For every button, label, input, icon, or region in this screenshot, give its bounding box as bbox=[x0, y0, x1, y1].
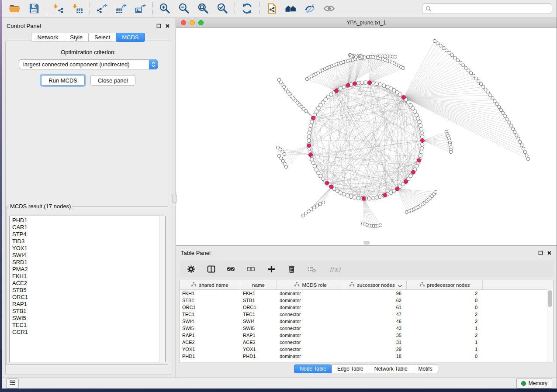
toolbar-group bbox=[153, 3, 235, 14]
table-cell: 1 bbox=[407, 347, 483, 352]
optimization-criterion-select[interactable]: largest connected component (undirected) bbox=[19, 59, 158, 69]
import-table-icon[interactable] bbox=[72, 3, 83, 14]
export-table-icon[interactable] bbox=[115, 3, 127, 14]
horizontal-splitter-handle[interactable] bbox=[363, 241, 369, 244]
search-box[interactable] bbox=[422, 3, 552, 14]
table-row[interactable]: YOX1YOX1connector291 bbox=[180, 346, 553, 353]
table-row[interactable]: RAP1RAP1dominator352 bbox=[180, 332, 553, 339]
table-cell: ORC1 bbox=[180, 305, 240, 310]
table-scrollbar[interactable] bbox=[547, 289, 553, 362]
run-mcds-button[interactable]: Run MCDS bbox=[41, 75, 85, 86]
tab-network[interactable]: Network bbox=[31, 33, 64, 42]
home-icon[interactable] bbox=[285, 3, 297, 14]
close-window-icon[interactable] bbox=[181, 20, 186, 25]
columns-button[interactable] bbox=[207, 265, 216, 274]
mcds-result-item[interactable]: SWI5 bbox=[12, 315, 159, 322]
memory-label: Memory bbox=[529, 380, 547, 386]
deselect-all-button[interactable] bbox=[247, 265, 256, 274]
mcds-result-item[interactable]: ACE2 bbox=[12, 280, 159, 287]
network-window-titlebar[interactable]: YPA_prune.txt_1 bbox=[176, 18, 557, 28]
mcds-result-item[interactable]: PHD1 bbox=[12, 217, 159, 224]
mcds-result-item[interactable]: CAR1 bbox=[12, 224, 159, 231]
mcds-result-list[interactable]: PHD1CAR1STP4TID3YOX1SWI4SRD1PMA2FKH1ACE2… bbox=[10, 216, 159, 362]
column-header-successor-nodes[interactable]: successor nodes bbox=[344, 280, 407, 289]
table-cell: 1 bbox=[407, 326, 483, 331]
table-row[interactable]: FKH1FKH1dominator962 bbox=[180, 290, 553, 297]
gear-button[interactable] bbox=[187, 265, 196, 274]
close-table-panel-icon[interactable] bbox=[547, 251, 552, 255]
table-row[interactable]: ACE2ACE2connector311 bbox=[180, 339, 553, 346]
tab-node-table[interactable]: Node Table bbox=[294, 364, 332, 373]
zoom-selected-icon[interactable] bbox=[217, 3, 228, 14]
table-cell: dominator bbox=[277, 291, 344, 296]
open-session-icon[interactable] bbox=[9, 3, 21, 14]
delete-row-button[interactable] bbox=[287, 265, 296, 274]
table-row[interactable]: SWI4SWI4dominator462 bbox=[180, 318, 553, 325]
mcds-result-item[interactable]: TID3 bbox=[12, 238, 159, 245]
zoom-fit-icon[interactable] bbox=[197, 3, 209, 14]
mcds-result-item[interactable]: TEC1 bbox=[12, 322, 159, 329]
table-cell: ACE2 bbox=[240, 340, 277, 345]
mcds-result-item[interactable]: GCR1 bbox=[12, 329, 159, 336]
column-header-shared-name[interactable]: shared name bbox=[180, 280, 240, 289]
add-row-button[interactable] bbox=[267, 265, 276, 274]
mcds-result-item[interactable]: SWI4 bbox=[12, 252, 159, 259]
float-table-panel-icon[interactable] bbox=[538, 251, 543, 255]
select-all-button[interactable] bbox=[227, 265, 236, 274]
search-input[interactable] bbox=[434, 5, 552, 12]
table-cell: SWI5 bbox=[240, 326, 277, 331]
mcds-result-item[interactable]: PMA2 bbox=[12, 266, 159, 273]
close-panel-button[interactable]: Close panel bbox=[90, 75, 135, 86]
table-row[interactable]: TEC1TEC1connector472 bbox=[180, 311, 553, 318]
mcds-result-item[interactable]: STB1 bbox=[12, 308, 159, 315]
table-row[interactable]: PHD1PHD1dominator180 bbox=[180, 353, 553, 360]
mcds-result-item[interactable]: YOX1 bbox=[12, 245, 159, 252]
tab-network-table[interactable]: Network Table bbox=[369, 364, 413, 373]
toolbar-group bbox=[90, 3, 152, 14]
desktop: Control Panel NetworkStyleSelectMCDS Opt… bbox=[0, 0, 557, 392]
refresh-icon[interactable] bbox=[241, 3, 253, 14]
mcds-result-group: MCDS result (17 nodes) PHD1CAR1STP4TID3Y… bbox=[7, 203, 168, 365]
vertical-splitter-handle[interactable] bbox=[173, 194, 176, 203]
tab-motifs[interactable]: Motifs bbox=[413, 364, 438, 373]
tab-mcds[interactable]: MCDS bbox=[116, 33, 145, 42]
network-canvas[interactable] bbox=[176, 28, 557, 245]
minimize-window-icon[interactable] bbox=[190, 20, 195, 25]
zoom-in-icon[interactable] bbox=[159, 3, 171, 14]
maximize-window-icon[interactable] bbox=[198, 20, 204, 25]
export-image-icon[interactable] bbox=[135, 3, 146, 14]
mcds-result-item[interactable]: STB5 bbox=[12, 287, 159, 294]
table-cell: 31 bbox=[344, 340, 407, 345]
float-panel-icon[interactable] bbox=[156, 24, 161, 28]
export-network-icon[interactable] bbox=[96, 3, 108, 14]
share-document-icon[interactable] bbox=[266, 3, 277, 14]
mcds-result-item[interactable]: STP4 bbox=[12, 231, 159, 238]
column-header-name[interactable]: name bbox=[240, 280, 277, 289]
task-history-button[interactable] bbox=[6, 378, 19, 389]
mcds-result-item[interactable]: RAP1 bbox=[12, 301, 159, 308]
mcds-result-item[interactable]: SRD1 bbox=[12, 259, 159, 266]
table-cell: PHD1 bbox=[240, 354, 277, 359]
import-network-icon[interactable] bbox=[52, 3, 64, 14]
column-header-filler bbox=[483, 280, 553, 289]
tab-style[interactable]: Style bbox=[64, 33, 89, 42]
close-panel-icon[interactable] bbox=[165, 24, 170, 28]
table-cell: 0 bbox=[407, 305, 483, 310]
save-session-icon[interactable] bbox=[28, 3, 40, 14]
table-row[interactable]: STB1STB1dominator620 bbox=[180, 297, 553, 304]
zoom-out-icon[interactable] bbox=[178, 3, 190, 14]
column-header-mcds-role[interactable]: MCDS role bbox=[277, 280, 344, 289]
hide-details-icon[interactable] bbox=[304, 3, 316, 14]
result-scrollbar[interactable] bbox=[159, 216, 165, 362]
mcds-result-item[interactable]: ORC1 bbox=[12, 294, 159, 301]
tab-edge-table[interactable]: Edge Table bbox=[332, 364, 369, 373]
memory-button[interactable]: Memory bbox=[516, 378, 552, 389]
table-row[interactable]: SWI5SWI5connector431 bbox=[180, 325, 553, 332]
tab-select[interactable]: Select bbox=[88, 33, 116, 42]
table-row[interactable]: ORC1ORC1dominator610 bbox=[180, 304, 553, 311]
mcds-result-item[interactable]: FKH1 bbox=[12, 273, 159, 280]
table-scrollbar-thumb[interactable] bbox=[548, 290, 552, 307]
column-header-predecessor-nodes[interactable]: predecessor nodes bbox=[407, 280, 483, 289]
eye-icon[interactable] bbox=[323, 3, 335, 14]
table-cell: 0 bbox=[407, 354, 483, 359]
